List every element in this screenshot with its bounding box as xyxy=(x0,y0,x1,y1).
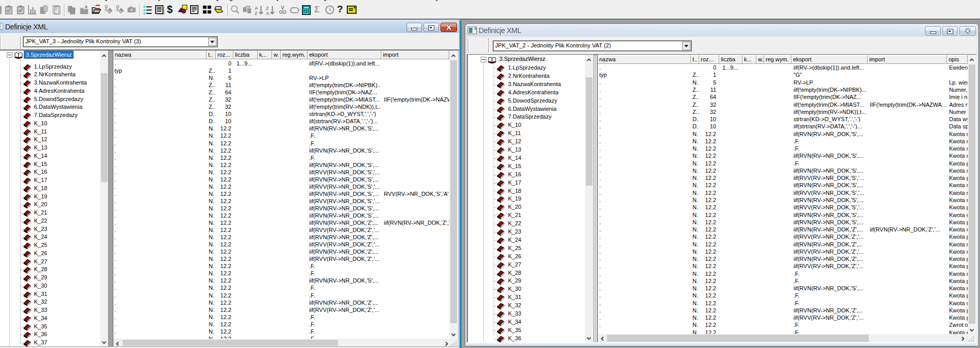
svg-text:Z: Z xyxy=(255,10,258,15)
svg-text:A: A xyxy=(266,10,269,15)
